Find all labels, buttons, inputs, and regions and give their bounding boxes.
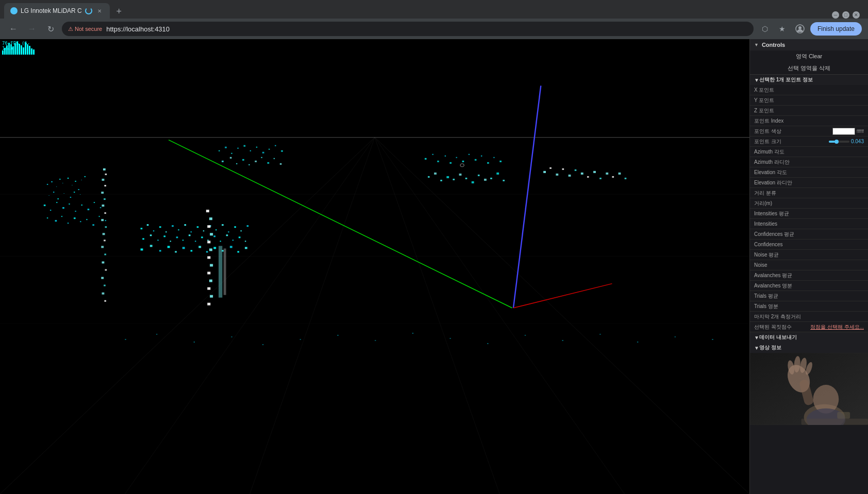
svg-rect-207 — [150, 245, 153, 247]
trials-avg-label: Trials 평균 — [754, 293, 864, 300]
confidences-row: Confidences — [750, 240, 868, 250]
svg-rect-99 — [275, 145, 276, 146]
svg-rect-107 — [261, 157, 262, 158]
svg-rect-132 — [478, 175, 480, 176]
svg-point-1 — [798, 26, 802, 29]
point-size-slider[interactable] — [829, 141, 849, 143]
svg-rect-144 — [587, 176, 589, 178]
svg-rect-137 — [543, 171, 546, 173]
svg-rect-35 — [59, 179, 60, 180]
minimize-button[interactable]: ─ — [832, 11, 839, 19]
svg-rect-192 — [176, 236, 178, 238]
close-window-button[interactable]: ✕ — [853, 11, 860, 19]
svg-rect-115 — [449, 162, 452, 164]
svg-rect-230 — [207, 287, 210, 290]
forward-button[interactable]: → — [25, 22, 39, 36]
svg-rect-195 — [195, 241, 196, 242]
azimuth-angle-label: Azimuth 각도 — [754, 148, 864, 156]
svg-rect-179 — [203, 230, 204, 231]
svg-rect-72 — [102, 179, 105, 181]
tab-close-button[interactable]: ✕ — [95, 7, 104, 15]
svg-rect-180 — [209, 225, 211, 227]
svg-rect-223 — [210, 233, 213, 235]
svg-rect-114 — [445, 156, 446, 157]
svg-rect-70 — [103, 168, 106, 171]
svg-rect-110 — [280, 163, 282, 165]
svg-rect-210 — [175, 251, 177, 252]
tab-loading-spinner — [85, 7, 92, 14]
svg-rect-62 — [61, 216, 62, 217]
avalanches-yb-row: Avalanches 영분 — [750, 281, 868, 291]
right-panel: ▼ Controls 영역 Clear 선택 영역을 삭제 ▼ 선택한 1개 포… — [749, 39, 868, 494]
svg-rect-68 — [98, 216, 99, 217]
point-color-label: 포인트 색상 — [754, 128, 832, 135]
svg-rect-95 — [250, 150, 251, 151]
svg-rect-97 — [262, 152, 264, 154]
not-secure-indicator: ⚠ Not secure — [68, 26, 102, 32]
svg-rect-39 — [75, 181, 76, 182]
elevation-angle-row: Elevation 각도 — [750, 167, 868, 178]
noise-row: Noise — [750, 260, 868, 270]
reload-button[interactable]: ↻ — [43, 22, 58, 36]
svg-rect-175 — [178, 229, 179, 230]
svg-rect-57 — [88, 209, 90, 210]
video-info-header[interactable]: ▼ 영상 정보 — [750, 343, 868, 353]
last-measurement-label: 마지막 2개 측정거리 — [754, 313, 864, 320]
svg-rect-145 — [593, 171, 596, 173]
color-swatch[interactable] — [832, 128, 855, 135]
bookmark-icon[interactable]: ★ — [775, 22, 790, 36]
svg-rect-89 — [104, 300, 106, 302]
svg-rect-52 — [56, 202, 57, 203]
svg-rect-173 — [165, 231, 166, 232]
svg-rect-41 — [81, 180, 82, 180]
url-text: https://localhost:4310 — [106, 25, 170, 33]
svg-line-22 — [250, 138, 375, 494]
svg-rect-105 — [248, 164, 249, 165]
new-tab-button[interactable]: + — [112, 4, 126, 19]
svg-rect-163 — [562, 340, 563, 341]
svg-rect-104 — [242, 159, 244, 161]
back-button[interactable]: ← — [6, 22, 21, 36]
cast-icon[interactable]: ⬡ — [758, 22, 772, 36]
elevation-radian-row: Elevation 라디안 — [750, 178, 868, 188]
svg-rect-55 — [75, 211, 76, 212]
svg-rect-209 — [168, 246, 170, 248]
maximize-button[interactable]: □ — [842, 11, 849, 19]
avalanches-yb-label: Avalanches 영분 — [754, 282, 864, 289]
clear-region-button[interactable]: 영역 Clear — [750, 50, 868, 62]
svg-rect-116 — [456, 157, 457, 158]
controls-title: Controls — [762, 42, 785, 48]
svg-rect-124 — [428, 176, 430, 178]
point-index-row: 포인트 Index — [750, 116, 868, 126]
svg-rect-181 — [215, 229, 216, 230]
profile-icon[interactable] — [793, 22, 807, 36]
svg-rect-33 — [51, 181, 52, 182]
svg-rect-76 — [102, 205, 105, 207]
svg-rect-113 — [437, 161, 439, 162]
delete-region-button[interactable]: 선택 영역을 삭제 — [750, 62, 868, 74]
svg-rect-122 — [493, 157, 494, 158]
trials-yb-label: Trials 영분 — [754, 303, 864, 310]
svg-rect-141 — [569, 175, 571, 177]
svg-rect-151 — [125, 339, 126, 340]
tab-title: LG Innotek MLiDAR C — [21, 7, 82, 14]
export-section-header[interactable]: ▼ 데이터 내보내기 — [750, 332, 868, 343]
svg-rect-208 — [159, 250, 161, 251]
avalanches-avg-label: Avalanches 평균 — [754, 272, 864, 279]
svg-rect-178 — [197, 226, 199, 228]
intensities-row: Intensities — [750, 219, 868, 229]
svg-rect-156 — [300, 339, 301, 340]
controls-section-header[interactable]: ▼ Controls — [750, 39, 868, 50]
svg-rect-160 — [449, 338, 450, 339]
finish-update-button[interactable]: Finish update — [810, 22, 862, 36]
address-bar[interactable]: ⚠ Not secure https://localhost:4310 — [62, 22, 754, 36]
lidar-viewer[interactable]: 76 FPS (6-144) — [0, 39, 749, 494]
svg-rect-101 — [222, 161, 224, 162]
vertex-link[interactable]: 정점을 선택해 주세요... — [810, 323, 864, 331]
active-tab[interactable]: LG Innotek MLiDAR C ✕ — [4, 3, 110, 19]
svg-rect-61 — [55, 220, 57, 222]
svg-rect-159 — [412, 333, 413, 334]
point-info-header[interactable]: ▼ 선택한 1개 포인트 정보 — [750, 75, 868, 85]
svg-rect-147 — [606, 173, 608, 175]
noise-avg-row: Noise 평균 — [750, 250, 868, 260]
